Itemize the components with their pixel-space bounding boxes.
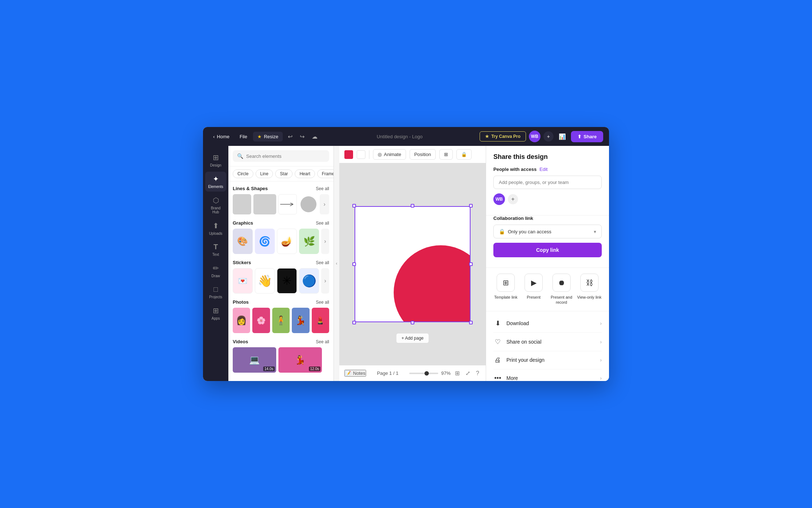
add-more-button[interactable]: + xyxy=(508,194,518,204)
canvas-wrapper xyxy=(355,206,471,322)
sidebar-item-draw[interactable]: ✏ Draw xyxy=(205,261,226,281)
add-people-input[interactable] xyxy=(493,176,602,189)
tag-star[interactable]: Star xyxy=(275,169,293,178)
link-option-present-record[interactable]: ⏺ Present and record xyxy=(549,274,574,305)
color-swatch-secondary[interactable] xyxy=(357,150,365,159)
sidebar-item-elements[interactable]: ✦ Elements xyxy=(205,172,226,192)
canvas-body[interactable]: + Add page xyxy=(339,163,486,365)
stickers-header: Stickers See all xyxy=(233,260,329,265)
sidebar-item-apps[interactable]: ⊞ Apps xyxy=(205,303,226,323)
sidebar-item-brand-hub[interactable]: ⬡ Brand Hub xyxy=(205,193,226,217)
copy-link-button[interactable]: Copy link xyxy=(493,243,602,257)
resize-button[interactable]: ★ Resize xyxy=(253,132,283,142)
app-window: ‹ Home File ★ Resize ↩ ↪ ☁ Untitled desi… xyxy=(203,127,609,381)
stickers-see-all[interactable]: See all xyxy=(316,260,329,265)
share-icon: ⬆ xyxy=(577,134,581,139)
sidebar-item-uploads[interactable]: ⬆ Uploads xyxy=(205,218,226,238)
add-team-button[interactable]: + xyxy=(543,131,554,142)
animate-button[interactable]: ◎ Animate xyxy=(373,149,406,160)
graphics-see-all[interactable]: See all xyxy=(316,221,329,226)
sidebar-label-brand-hub: Brand Hub xyxy=(207,206,224,214)
graphics-more[interactable]: › xyxy=(321,229,329,254)
videos-grid: 💻 14.0s 💃 12.0s xyxy=(233,347,329,373)
shape-line[interactable] xyxy=(278,194,297,214)
sidebar-item-projects[interactable]: □ Projects xyxy=(205,282,226,302)
zoom-slider[interactable] xyxy=(409,373,438,374)
sidebar-item-design[interactable]: ⊞ Design xyxy=(205,150,226,170)
fullscreen-button[interactable]: ⤢ xyxy=(464,368,472,378)
tag-line[interactable]: Line xyxy=(256,169,273,178)
sidebar-item-text[interactable]: T Text xyxy=(205,240,226,259)
shape-square[interactable] xyxy=(233,194,251,214)
photo-5[interactable]: 💄 xyxy=(312,308,329,333)
action-print[interactable]: 🖨 Print your design › xyxy=(493,351,602,369)
grid-button[interactable]: ⊞ xyxy=(439,149,453,160)
top-bar: ‹ Home File ★ Resize ↩ ↪ ☁ Untitled desi… xyxy=(203,127,609,146)
redo-button[interactable]: ↪ xyxy=(298,131,307,142)
position-button[interactable]: Position xyxy=(410,149,436,160)
photo-2[interactable]: 🌸 xyxy=(252,308,270,333)
action-more[interactable]: ••• More › xyxy=(493,369,602,381)
notes-button[interactable]: 📝 Notes xyxy=(344,370,366,377)
photo-3[interactable]: 🧍 xyxy=(272,308,290,333)
quick-tags: Circle Line Star Heart Frame › xyxy=(228,167,334,181)
graphic-2[interactable]: 🌀 xyxy=(255,229,275,254)
video-2-duration: 12.0s xyxy=(309,366,320,371)
people-access-row: People with access Edit xyxy=(493,167,602,172)
lock-button[interactable]: 🔒 xyxy=(456,149,472,160)
link-option-template[interactable]: ⊞ Template link xyxy=(493,274,518,305)
stickers-more[interactable]: › xyxy=(321,268,329,294)
photo-4[interactable]: 💃 xyxy=(292,308,309,333)
photo-1[interactable]: 👩 xyxy=(233,308,250,333)
graphic-1[interactable]: 🎨 xyxy=(233,229,253,254)
link-option-present[interactable]: ▶ Present xyxy=(521,274,546,305)
add-page-button[interactable]: + Add page xyxy=(396,333,429,343)
undo-button[interactable]: ↩ xyxy=(286,131,295,142)
shape-rect[interactable] xyxy=(253,194,276,214)
sticker-4[interactable]: 🔵 xyxy=(299,268,319,294)
grid-view-button[interactable]: ⊞ xyxy=(453,368,461,378)
present-icon: ▶ xyxy=(525,274,543,292)
share-button[interactable]: ⬆ Share xyxy=(571,131,603,142)
elements-panel: 🔍 Circle Line Star Heart Frame › Lines &… xyxy=(228,146,334,381)
graphic-4[interactable]: 🌿 xyxy=(299,229,319,254)
tag-frame[interactable]: Frame xyxy=(317,169,334,178)
sticker-2[interactable]: 👋 xyxy=(255,268,275,294)
photos-see-all[interactable]: See all xyxy=(316,300,329,305)
video-1[interactable]: 💻 14.0s xyxy=(233,347,276,373)
edit-access-link[interactable]: Edit xyxy=(539,167,547,172)
graphic-3[interactable]: 🪔 xyxy=(277,229,297,254)
user-avatar: WB xyxy=(493,193,505,205)
home-label: Home xyxy=(217,134,229,139)
link-option-view-only[interactable]: ⛓ View-only link xyxy=(577,274,602,305)
videos-see-all[interactable]: See all xyxy=(316,339,329,344)
action-download[interactable]: ⬇ Download › xyxy=(493,314,602,333)
zoom-controls: 97% xyxy=(409,370,451,376)
sidebar-label-text: Text xyxy=(212,253,219,257)
sticker-3[interactable]: ✳ xyxy=(277,268,297,294)
panel-collapse[interactable]: ‹ xyxy=(334,146,339,381)
try-pro-button[interactable]: ★ Try Canva Pro xyxy=(480,131,526,142)
present-record-icon: ⏺ xyxy=(552,274,571,292)
access-dropdown[interactable]: 🔒 Only you can access ▾ xyxy=(493,225,602,238)
search-input[interactable] xyxy=(246,153,325,159)
video-2[interactable]: 💃 12.0s xyxy=(278,347,322,373)
tag-circle[interactable]: Circle xyxy=(233,169,253,178)
tag-heart[interactable]: Heart xyxy=(295,169,315,178)
sticker-1[interactable]: 💌 xyxy=(233,268,253,294)
help-button[interactable]: ? xyxy=(475,369,481,378)
color-swatch-primary[interactable] xyxy=(344,150,353,159)
graphics-header: Graphics See all xyxy=(233,220,329,226)
home-button[interactable]: ‹ Home xyxy=(209,132,234,142)
shapes-more[interactable]: › xyxy=(320,194,329,214)
shape-circle-item[interactable] xyxy=(299,194,318,214)
action-share-social[interactable]: ♡ Share on social › xyxy=(493,333,602,351)
print-label: Print your design xyxy=(506,357,596,363)
sidebar-label-design: Design xyxy=(210,163,221,167)
cloud-save-button[interactable]: ☁ xyxy=(310,131,320,142)
analytics-button[interactable]: 📊 xyxy=(556,131,568,142)
lines-shapes-see-all[interactable]: See all xyxy=(316,186,329,191)
title-text: Untitled design - Logo xyxy=(377,134,422,139)
user-avatar-button[interactable]: WB xyxy=(529,131,540,142)
file-button[interactable]: File xyxy=(235,132,252,142)
